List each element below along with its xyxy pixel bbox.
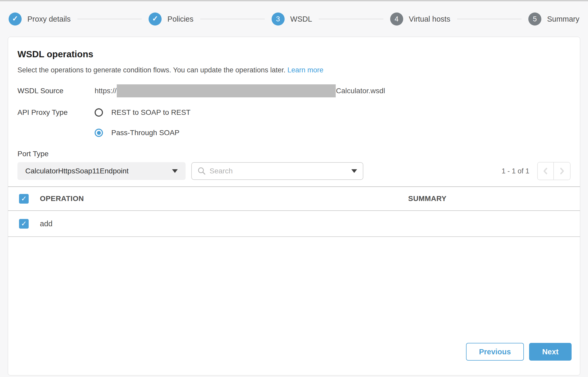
check-icon: ✓: [12, 15, 18, 22]
operation-cell: add: [40, 219, 408, 228]
api-proxy-type-label: API Proxy Type: [17, 105, 95, 117]
learn-more-link[interactable]: Learn more: [287, 66, 323, 74]
wsdl-source-label: WSDL Source: [17, 87, 95, 95]
prev-page-button[interactable]: [538, 162, 554, 180]
previous-button[interactable]: Previous: [466, 343, 524, 361]
step-connector: [457, 19, 522, 19]
api-proxy-type-radio-group: REST to SOAP to REST Pass-Through SOAP: [95, 105, 191, 140]
step-done-icon: ✓: [9, 12, 22, 26]
step-label: Policies: [167, 15, 193, 23]
redacted-value: [117, 84, 336, 97]
check-icon: ✓: [152, 15, 158, 22]
step-label: Virtual hosts: [409, 15, 450, 23]
column-header-operation: OPERATION: [40, 194, 408, 203]
step-number-badge: 3: [272, 12, 285, 26]
step-policies[interactable]: ✓ Policies: [149, 12, 193, 26]
column-header-summary: SUMMARY: [408, 194, 580, 203]
step-summary[interactable]: 5 Summary: [528, 12, 579, 26]
check-icon: ✓: [21, 194, 27, 203]
step-label: WSDL: [290, 15, 312, 23]
step-wsdl[interactable]: 3 WSDL: [272, 12, 312, 26]
port-type-label: Port Type: [17, 149, 571, 158]
wsdl-source-row: WSDL Source https:// Calculator.wsdl: [17, 84, 571, 97]
next-page-button[interactable]: [554, 162, 570, 180]
panel-description: Select the operations to generate condit…: [17, 66, 571, 74]
description-text: Select the operations to generate condit…: [17, 66, 285, 74]
step-connector: [319, 19, 383, 19]
chevron-down-icon[interactable]: [351, 169, 357, 173]
table-row[interactable]: ✓ add: [8, 211, 580, 237]
step-number-badge: 5: [528, 12, 541, 26]
radio-selected-icon: [95, 129, 103, 137]
next-button[interactable]: Next: [529, 343, 572, 361]
step-done-icon: ✓: [149, 12, 162, 26]
search-input[interactable]: [210, 167, 348, 175]
radio-label: REST to SOAP to REST: [111, 108, 191, 117]
check-icon: ✓: [21, 219, 27, 228]
step-connector: [200, 19, 265, 19]
radio-unselected-icon: [95, 108, 103, 117]
wizard-stepper: ✓ Proxy details ✓ Policies 3 WSDL 4 Virt…: [0, 1, 588, 37]
chevron-right-icon: [558, 166, 566, 176]
api-proxy-type-row: API Proxy Type REST to SOAP to REST Pass…: [17, 105, 571, 140]
table-toolbar: CalculatorHttpsSoap11Endpoint 1 - 1 of 1: [17, 162, 571, 180]
pager-buttons: [537, 162, 571, 180]
step-number-badge: 4: [390, 12, 403, 26]
step-proxy-details[interactable]: ✓ Proxy details: [9, 12, 71, 26]
port-type-select[interactable]: CalculatorHttpsSoap11Endpoint: [17, 162, 186, 180]
port-type-selected-value: CalculatorHttpsSoap11Endpoint: [25, 167, 128, 175]
step-connector: [77, 19, 142, 19]
search-icon: [198, 167, 206, 175]
select-all-checkbox[interactable]: ✓: [19, 194, 29, 204]
radio-label: Pass-Through SOAP: [111, 129, 179, 137]
row-checkbox[interactable]: ✓: [19, 219, 29, 229]
chevron-left-icon: [541, 166, 550, 176]
table-header-row: ✓ OPERATION SUMMARY: [8, 187, 580, 211]
search-box[interactable]: [191, 162, 363, 180]
chevron-down-icon: [172, 169, 178, 173]
step-label: Proxy details: [27, 15, 71, 23]
pagination: 1 - 1 of 1: [501, 162, 571, 180]
pagination-range: 1 - 1 of 1: [501, 167, 529, 175]
wsdl-source-suffix: Calculator.wsdl: [336, 87, 385, 95]
radio-pass-through-soap[interactable]: Pass-Through SOAP: [95, 125, 191, 140]
step-virtual-hosts[interactable]: 4 Virtual hosts: [390, 12, 450, 26]
radio-rest-to-soap-to-rest[interactable]: REST to SOAP to REST: [95, 105, 191, 120]
wsdl-operations-panel: WSDL operations Select the operations to…: [8, 37, 580, 375]
radio-dot: [97, 131, 101, 135]
wizard-footer-actions: Previous Next: [466, 343, 572, 361]
step-label: Summary: [547, 15, 579, 23]
operations-table: ✓ OPERATION SUMMARY ✓ add: [8, 186, 580, 237]
page-title: WSDL operations: [17, 48, 571, 60]
wsdl-source-value: https:// Calculator.wsdl: [95, 84, 385, 97]
wsdl-source-prefix: https://: [95, 87, 117, 95]
